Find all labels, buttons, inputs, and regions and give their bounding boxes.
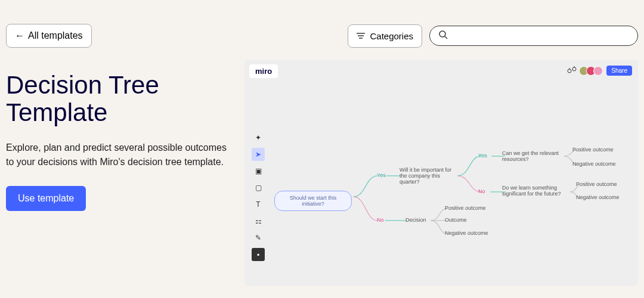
- leaf-positive[interactable]: Positive outcome: [445, 205, 486, 211]
- categories-button[interactable]: Categories: [348, 24, 422, 48]
- diagram-canvas[interactable]: Should we start this initiative? Yes No …: [244, 60, 638, 286]
- leaf-positive[interactable]: Positive outcome: [576, 181, 617, 187]
- template-preview: miro Share ✦ ➤ ▣ ▢ T ⚏ ✎ ▪: [244, 60, 638, 286]
- node-resources-question[interactable]: Can we get the relevant resources?: [502, 150, 561, 162]
- node-decision[interactable]: Decision: [405, 217, 426, 223]
- root-node[interactable]: Should we start this initiative?: [274, 191, 352, 211]
- back-all-templates-button[interactable]: ← All templates: [6, 24, 92, 48]
- main-content: Decision Tree Template Explore, plan and…: [0, 48, 644, 286]
- categories-label: Categories: [370, 31, 413, 41]
- top-bar: ← All templates Categories: [0, 0, 644, 48]
- node-learn-question[interactable]: Do we learn something significant for th…: [502, 185, 568, 197]
- page-description: Explore, plan and predict several possib…: [6, 141, 227, 169]
- branch-yes[interactable]: Yes: [478, 153, 487, 159]
- svg-line-4: [445, 36, 447, 39]
- page-title: Decision Tree Template: [6, 72, 227, 126]
- leaf-positive[interactable]: Positive outcome: [572, 147, 614, 153]
- arrow-left-icon: ←: [15, 30, 24, 41]
- node-company-question[interactable]: Will it be important for the company thi…: [400, 167, 456, 185]
- branch-no[interactable]: No: [377, 217, 384, 223]
- branch-no[interactable]: No: [478, 188, 485, 194]
- branch-yes[interactable]: Yes: [377, 172, 386, 178]
- leaf-negative[interactable]: Negative outcome: [576, 194, 620, 200]
- filter-icon: [357, 31, 365, 41]
- search-input[interactable]: [448, 30, 629, 42]
- left-column: Decision Tree Template Explore, plan and…: [6, 60, 227, 286]
- leaf-negative[interactable]: Negative outcome: [572, 161, 616, 167]
- back-label: All templates: [28, 30, 83, 41]
- use-template-button[interactable]: Use template: [6, 186, 86, 211]
- leaf-negative[interactable]: Negative outcome: [445, 230, 488, 236]
- svg-point-3: [439, 31, 445, 37]
- search-icon: [438, 30, 448, 42]
- leaf-outcome[interactable]: Outcome: [445, 217, 467, 223]
- search-box[interactable]: [429, 26, 638, 46]
